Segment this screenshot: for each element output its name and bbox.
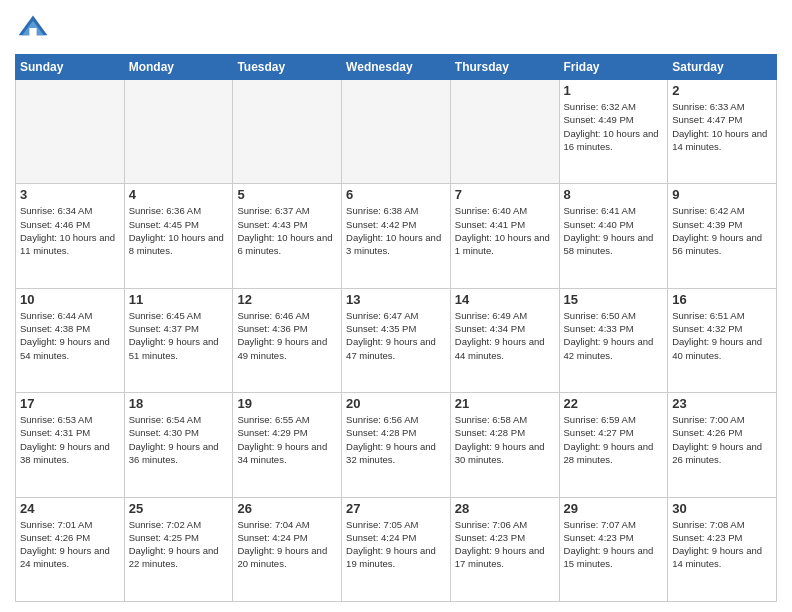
day-info: Sunrise: 6:53 AM Sunset: 4:31 PM Dayligh… — [20, 413, 120, 466]
day-info: Sunrise: 6:44 AM Sunset: 4:38 PM Dayligh… — [20, 309, 120, 362]
calendar-header-wednesday: Wednesday — [342, 55, 451, 80]
calendar-cell — [16, 80, 125, 184]
calendar-cell: 23Sunrise: 7:00 AM Sunset: 4:26 PM Dayli… — [668, 393, 777, 497]
day-number: 28 — [455, 501, 555, 516]
day-number: 18 — [129, 396, 229, 411]
calendar-cell — [233, 80, 342, 184]
calendar-week-5: 24Sunrise: 7:01 AM Sunset: 4:26 PM Dayli… — [16, 497, 777, 601]
day-info: Sunrise: 7:00 AM Sunset: 4:26 PM Dayligh… — [672, 413, 772, 466]
calendar-cell: 10Sunrise: 6:44 AM Sunset: 4:38 PM Dayli… — [16, 288, 125, 392]
calendar-cell: 27Sunrise: 7:05 AM Sunset: 4:24 PM Dayli… — [342, 497, 451, 601]
day-number: 4 — [129, 187, 229, 202]
day-info: Sunrise: 7:04 AM Sunset: 4:24 PM Dayligh… — [237, 518, 337, 571]
day-number: 13 — [346, 292, 446, 307]
day-info: Sunrise: 6:37 AM Sunset: 4:43 PM Dayligh… — [237, 204, 337, 257]
day-info: Sunrise: 7:06 AM Sunset: 4:23 PM Dayligh… — [455, 518, 555, 571]
day-number: 6 — [346, 187, 446, 202]
calendar-cell: 8Sunrise: 6:41 AM Sunset: 4:40 PM Daylig… — [559, 184, 668, 288]
day-info: Sunrise: 6:40 AM Sunset: 4:41 PM Dayligh… — [455, 204, 555, 257]
calendar-header-tuesday: Tuesday — [233, 55, 342, 80]
calendar-cell: 20Sunrise: 6:56 AM Sunset: 4:28 PM Dayli… — [342, 393, 451, 497]
calendar-week-1: 1Sunrise: 6:32 AM Sunset: 4:49 PM Daylig… — [16, 80, 777, 184]
day-info: Sunrise: 6:51 AM Sunset: 4:32 PM Dayligh… — [672, 309, 772, 362]
calendar-week-3: 10Sunrise: 6:44 AM Sunset: 4:38 PM Dayli… — [16, 288, 777, 392]
page: SundayMondayTuesdayWednesdayThursdayFrid… — [0, 0, 792, 612]
calendar-cell: 24Sunrise: 7:01 AM Sunset: 4:26 PM Dayli… — [16, 497, 125, 601]
day-number: 14 — [455, 292, 555, 307]
calendar-cell: 9Sunrise: 6:42 AM Sunset: 4:39 PM Daylig… — [668, 184, 777, 288]
header — [15, 10, 777, 46]
calendar-cell: 14Sunrise: 6:49 AM Sunset: 4:34 PM Dayli… — [450, 288, 559, 392]
calendar-cell: 25Sunrise: 7:02 AM Sunset: 4:25 PM Dayli… — [124, 497, 233, 601]
calendar-header-saturday: Saturday — [668, 55, 777, 80]
day-info: Sunrise: 7:02 AM Sunset: 4:25 PM Dayligh… — [129, 518, 229, 571]
calendar-cell: 17Sunrise: 6:53 AM Sunset: 4:31 PM Dayli… — [16, 393, 125, 497]
calendar-cell: 2Sunrise: 6:33 AM Sunset: 4:47 PM Daylig… — [668, 80, 777, 184]
calendar: SundayMondayTuesdayWednesdayThursdayFrid… — [15, 54, 777, 602]
day-number: 30 — [672, 501, 772, 516]
day-info: Sunrise: 6:33 AM Sunset: 4:47 PM Dayligh… — [672, 100, 772, 153]
day-number: 12 — [237, 292, 337, 307]
calendar-cell: 12Sunrise: 6:46 AM Sunset: 4:36 PM Dayli… — [233, 288, 342, 392]
day-number: 17 — [20, 396, 120, 411]
calendar-cell: 15Sunrise: 6:50 AM Sunset: 4:33 PM Dayli… — [559, 288, 668, 392]
calendar-cell: 30Sunrise: 7:08 AM Sunset: 4:23 PM Dayli… — [668, 497, 777, 601]
logo-icon — [15, 10, 51, 46]
day-number: 25 — [129, 501, 229, 516]
day-info: Sunrise: 7:07 AM Sunset: 4:23 PM Dayligh… — [564, 518, 664, 571]
day-info: Sunrise: 6:38 AM Sunset: 4:42 PM Dayligh… — [346, 204, 446, 257]
calendar-header-friday: Friday — [559, 55, 668, 80]
day-number: 5 — [237, 187, 337, 202]
day-info: Sunrise: 6:36 AM Sunset: 4:45 PM Dayligh… — [129, 204, 229, 257]
calendar-cell: 16Sunrise: 6:51 AM Sunset: 4:32 PM Dayli… — [668, 288, 777, 392]
day-info: Sunrise: 6:42 AM Sunset: 4:39 PM Dayligh… — [672, 204, 772, 257]
calendar-cell: 5Sunrise: 6:37 AM Sunset: 4:43 PM Daylig… — [233, 184, 342, 288]
calendar-header-row: SundayMondayTuesdayWednesdayThursdayFrid… — [16, 55, 777, 80]
day-info: Sunrise: 6:34 AM Sunset: 4:46 PM Dayligh… — [20, 204, 120, 257]
day-number: 7 — [455, 187, 555, 202]
day-info: Sunrise: 6:41 AM Sunset: 4:40 PM Dayligh… — [564, 204, 664, 257]
calendar-cell — [450, 80, 559, 184]
svg-rect-3 — [29, 28, 36, 37]
calendar-cell: 13Sunrise: 6:47 AM Sunset: 4:35 PM Dayli… — [342, 288, 451, 392]
calendar-header-sunday: Sunday — [16, 55, 125, 80]
day-number: 8 — [564, 187, 664, 202]
day-number: 15 — [564, 292, 664, 307]
calendar-cell: 26Sunrise: 7:04 AM Sunset: 4:24 PM Dayli… — [233, 497, 342, 601]
day-number: 3 — [20, 187, 120, 202]
calendar-week-4: 17Sunrise: 6:53 AM Sunset: 4:31 PM Dayli… — [16, 393, 777, 497]
calendar-header-monday: Monday — [124, 55, 233, 80]
day-info: Sunrise: 6:47 AM Sunset: 4:35 PM Dayligh… — [346, 309, 446, 362]
logo — [15, 10, 57, 46]
calendar-cell: 3Sunrise: 6:34 AM Sunset: 4:46 PM Daylig… — [16, 184, 125, 288]
day-number: 23 — [672, 396, 772, 411]
day-number: 26 — [237, 501, 337, 516]
day-number: 19 — [237, 396, 337, 411]
day-info: Sunrise: 7:01 AM Sunset: 4:26 PM Dayligh… — [20, 518, 120, 571]
calendar-cell: 7Sunrise: 6:40 AM Sunset: 4:41 PM Daylig… — [450, 184, 559, 288]
calendar-cell: 29Sunrise: 7:07 AM Sunset: 4:23 PM Dayli… — [559, 497, 668, 601]
day-info: Sunrise: 6:50 AM Sunset: 4:33 PM Dayligh… — [564, 309, 664, 362]
day-number: 29 — [564, 501, 664, 516]
calendar-week-2: 3Sunrise: 6:34 AM Sunset: 4:46 PM Daylig… — [16, 184, 777, 288]
calendar-cell: 22Sunrise: 6:59 AM Sunset: 4:27 PM Dayli… — [559, 393, 668, 497]
day-number: 20 — [346, 396, 446, 411]
day-number: 24 — [20, 501, 120, 516]
calendar-cell — [342, 80, 451, 184]
day-info: Sunrise: 6:55 AM Sunset: 4:29 PM Dayligh… — [237, 413, 337, 466]
calendar-cell: 19Sunrise: 6:55 AM Sunset: 4:29 PM Dayli… — [233, 393, 342, 497]
day-info: Sunrise: 6:32 AM Sunset: 4:49 PM Dayligh… — [564, 100, 664, 153]
day-number: 1 — [564, 83, 664, 98]
day-info: Sunrise: 6:58 AM Sunset: 4:28 PM Dayligh… — [455, 413, 555, 466]
calendar-header-thursday: Thursday — [450, 55, 559, 80]
calendar-cell: 4Sunrise: 6:36 AM Sunset: 4:45 PM Daylig… — [124, 184, 233, 288]
day-number: 10 — [20, 292, 120, 307]
day-info: Sunrise: 6:46 AM Sunset: 4:36 PM Dayligh… — [237, 309, 337, 362]
calendar-cell: 6Sunrise: 6:38 AM Sunset: 4:42 PM Daylig… — [342, 184, 451, 288]
day-number: 11 — [129, 292, 229, 307]
day-number: 9 — [672, 187, 772, 202]
day-info: Sunrise: 6:59 AM Sunset: 4:27 PM Dayligh… — [564, 413, 664, 466]
day-info: Sunrise: 6:49 AM Sunset: 4:34 PM Dayligh… — [455, 309, 555, 362]
day-number: 22 — [564, 396, 664, 411]
day-number: 27 — [346, 501, 446, 516]
